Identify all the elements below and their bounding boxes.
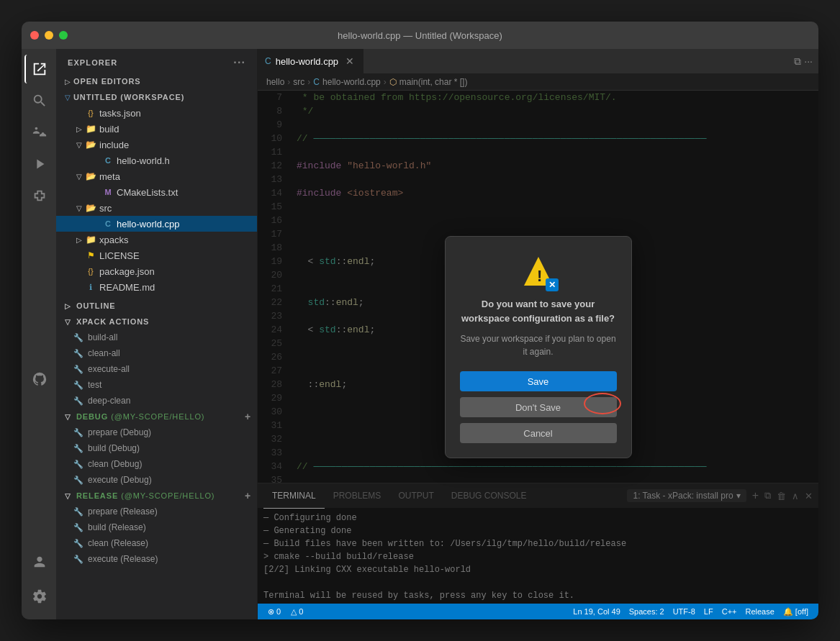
- build-folder-label: build: [99, 124, 119, 135]
- titlebar: hello-world.cpp — Untitled (Workspace): [22, 22, 818, 49]
- release-section[interactable]: ▽ Release (@my-scope/hello) +: [56, 488, 257, 504]
- src-folder-label: src: [99, 203, 112, 214]
- include-folder-item[interactable]: ▽ 📂 include: [56, 137, 257, 153]
- run-activity-icon[interactable]: [24, 150, 53, 178]
- build-all-item[interactable]: 🔧 build-all: [56, 329, 257, 345]
- readme-item[interactable]: ℹ README.md: [56, 279, 257, 295]
- editor-more-icon[interactable]: ···: [804, 55, 813, 67]
- build-release-item[interactable]: 🔧 build (Release): [56, 519, 257, 535]
- dont-save-button[interactable]: Don't Save: [460, 397, 617, 417]
- modal-description: Save your workspace if you plan to open …: [460, 332, 617, 358]
- scm-activity-icon[interactable]: [24, 118, 53, 147]
- open-editors-arrow: ▷: [62, 76, 73, 87]
- execute-all-icon: 🔧: [73, 364, 83, 374]
- editor-terminal-wrapper: 7 * be obtained from https://opensource.…: [258, 91, 818, 604]
- configuration-status[interactable]: Release: [741, 604, 778, 619]
- hello-world-cpp-item[interactable]: C hello-world.cpp: [56, 216, 257, 232]
- meta-folder-item[interactable]: ▽ 📂 meta: [56, 168, 257, 184]
- maximize-button[interactable]: [59, 31, 68, 40]
- sidebar-more-icon[interactable]: ···: [233, 56, 245, 69]
- src-folder-icon: 📂: [85, 202, 96, 214]
- breadcrumb-hello[interactable]: hello: [266, 77, 284, 87]
- outline-section[interactable]: ▷ OUTLINE: [56, 298, 257, 314]
- src-arrow: ▽: [73, 202, 85, 214]
- open-editors-section[interactable]: ▷ OPEN EDITORS: [56, 73, 257, 89]
- bc-sep3: ›: [384, 77, 387, 87]
- extensions-activity-icon[interactable]: [24, 181, 53, 210]
- c-icon-cpp: C: [102, 218, 114, 229]
- cmakelists-item[interactable]: M CMakeLists.txt: [56, 184, 257, 200]
- cancel-button[interactable]: Cancel: [460, 423, 617, 443]
- execute-all-item[interactable]: 🔧 execute-all: [56, 361, 257, 377]
- eol-status[interactable]: LF: [700, 604, 718, 619]
- hello-world-h-item[interactable]: C hello-world.h: [56, 153, 257, 168]
- modal-overlay: ! ✕ Do you want to save your workspace c…: [258, 91, 818, 604]
- execute-debug-item[interactable]: 🔧 execute (Debug): [56, 472, 257, 488]
- tab-c-icon: C: [265, 56, 271, 66]
- execute-all-label: execute-all: [88, 364, 130, 374]
- execute-debug-label: execute (Debug): [88, 475, 152, 485]
- breadcrumb-symbol-icon: ⬡: [389, 77, 397, 87]
- close-button[interactable]: [30, 31, 39, 40]
- build-folder-item[interactable]: ▷ 📁 build: [56, 121, 257, 137]
- svg-text:!: !: [537, 267, 542, 285]
- errors-status[interactable]: ⊗ 0: [263, 604, 285, 619]
- xpacks-folder-item[interactable]: ▷ 📁 xpacks: [56, 232, 257, 247]
- pkg-json-icon: {}: [85, 265, 96, 277]
- tasks-json-item[interactable]: {} tasks.json: [56, 105, 257, 121]
- main-layout: EXPLORER ··· ▷ OPEN EDITORS ▽ UNTITLED (…: [22, 49, 818, 619]
- prepare-release-item[interactable]: 🔧 prepare (Release): [56, 504, 257, 519]
- clean-all-item[interactable]: 🔧 clean-all: [56, 345, 257, 361]
- encoding-status[interactable]: UTF-8: [669, 604, 700, 619]
- open-editors-label: OPEN EDITORS: [73, 77, 140, 86]
- warnings-status[interactable]: △ 0: [286, 604, 307, 619]
- deep-clean-item[interactable]: 🔧 deep-clean: [56, 393, 257, 409]
- save-button[interactable]: Save: [460, 371, 617, 391]
- position-status[interactable]: Ln 19, Col 49: [569, 604, 624, 619]
- license-item[interactable]: ⚑ LICENSE: [56, 247, 257, 263]
- split-editor-icon[interactable]: ⧉: [794, 55, 801, 68]
- deep-clean-label: deep-clean: [88, 396, 130, 406]
- tasks-json-label: tasks.json: [99, 108, 141, 119]
- workspace-section[interactable]: ▽ UNTITLED (WORKSPACE): [56, 89, 257, 105]
- clean-release-icon: 🔧: [73, 538, 83, 548]
- hw-h-spacer: [91, 155, 102, 166]
- clean-release-item[interactable]: 🔧 clean (Release): [56, 535, 257, 551]
- explorer-activity-icon[interactable]: [24, 55, 53, 83]
- search-activity-icon[interactable]: [24, 86, 53, 115]
- package-json-item[interactable]: {} package.json: [56, 263, 257, 279]
- breadcrumb-file-icon: C: [313, 77, 320, 87]
- traffic-lights: [30, 31, 68, 40]
- notifications-status[interactable]: 🔔 [off]: [779, 604, 813, 619]
- breadcrumb-file[interactable]: hello-world.cpp: [322, 77, 381, 87]
- breadcrumb-symbol[interactable]: main(int, char * []): [399, 77, 468, 87]
- breadcrumb-src[interactable]: src: [293, 77, 304, 87]
- account-activity-icon[interactable]: [24, 547, 53, 576]
- license-spacer: [73, 250, 85, 261]
- clean-debug-item[interactable]: 🔧 clean (Debug): [56, 456, 257, 472]
- github-activity-icon[interactable]: [24, 365, 53, 394]
- execute-release-item[interactable]: 🔧 execute (Release): [56, 551, 257, 567]
- debug-add-button[interactable]: +: [245, 411, 251, 422]
- license-label: LICENSE: [99, 250, 140, 261]
- prepare-release-icon: 🔧: [73, 506, 83, 517]
- tab-close-button[interactable]: ✕: [344, 55, 356, 67]
- release-add-button[interactable]: +: [245, 490, 251, 501]
- test-item[interactable]: 🔧 test: [56, 377, 257, 393]
- src-folder-item[interactable]: ▽ 📂 src: [56, 200, 257, 216]
- bc-sep2: ›: [307, 77, 310, 87]
- xpack-actions-section[interactable]: ▽ XPACK ACTIONS: [56, 314, 257, 329]
- build-all-label: build-all: [88, 332, 117, 342]
- spaces-status[interactable]: Spaces: 2: [625, 604, 669, 619]
- c-icon-h: C: [102, 155, 114, 166]
- spaces-label: Spaces: 2: [629, 607, 664, 616]
- build-debug-item[interactable]: 🔧 build (Debug): [56, 440, 257, 456]
- settings-activity-icon[interactable]: [24, 582, 53, 611]
- minimize-button[interactable]: [45, 31, 53, 40]
- language-status[interactable]: C++: [718, 604, 741, 619]
- debug-section[interactable]: ▽ Debug (@my-scope/hello) +: [56, 409, 257, 424]
- cmake-spacer: [91, 186, 102, 198]
- prepare-debug-item[interactable]: 🔧 prepare (Debug): [56, 424, 257, 440]
- hello-world-cpp-tab[interactable]: C hello-world.cpp ✕: [258, 49, 363, 74]
- meta-folder-label: meta: [99, 171, 120, 182]
